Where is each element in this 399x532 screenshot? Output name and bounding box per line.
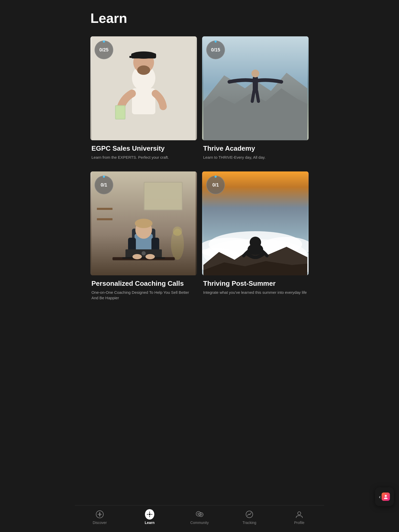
progress-badge-thrive: 0/15 (206, 41, 225, 59)
nav-item-discover[interactable]: Discover (75, 509, 125, 526)
svg-point-30 (132, 254, 142, 259)
svg-point-61 (249, 514, 250, 515)
progress-badge-post-summer: 0/1 (206, 176, 225, 194)
card-thrive-academy[interactable]: 0/15 Thrive Academy Learn to THRIVE-Ever… (202, 36, 309, 166)
svg-point-62 (298, 512, 301, 515)
compass-icon (95, 510, 104, 519)
svg-rect-19 (97, 208, 112, 210)
page-header: Learn (75, 0, 324, 31)
nav-label-tracking: Tracking (242, 521, 256, 525)
nav-item-learn[interactable]: Learn (125, 509, 175, 526)
progress-badge-coaching: 0/1 (95, 176, 113, 194)
nav-label-community: Community (190, 521, 209, 525)
card-post-summer[interactable]: 0/1 Thriving Post-Summer Integrate what … (202, 171, 309, 307)
nav-item-community[interactable]: Community (175, 509, 224, 526)
tracking-icon (245, 510, 254, 519)
cards-grid: 0/25 EGPC Sales University Learn from th… (75, 31, 324, 338)
svg-rect-9 (116, 106, 125, 119)
svg-rect-5 (129, 56, 133, 58)
svg-point-33 (173, 227, 182, 236)
svg-point-57 (199, 513, 203, 517)
card-title-thrive: Thrive Academy (203, 144, 308, 152)
card-coaching[interactable]: 0/1 Personalized Coaching Calls One-on-O… (90, 171, 197, 307)
svg-rect-28 (122, 257, 165, 259)
svg-rect-13 (253, 77, 258, 91)
card-desc-post-summer: Integrate what you've learned this summe… (203, 290, 308, 295)
svg-point-25 (135, 219, 152, 228)
bottom-nav: Discover Learn (75, 505, 324, 532)
card-title-coaching: Personalized Coaching Calls (91, 280, 196, 288)
learn-icon (145, 510, 154, 519)
svg-point-44 (250, 237, 261, 248)
svg-rect-4 (131, 53, 156, 58)
svg-rect-17 (144, 183, 182, 210)
nav-item-tracking[interactable]: Tracking (224, 509, 274, 526)
svg-point-29 (142, 251, 146, 255)
svg-point-14 (251, 70, 259, 77)
nav-label-profile: Profile (294, 521, 304, 525)
card-title-post-summer: Thriving Post-Summer (203, 280, 308, 288)
card-desc-egpc: Learn from the EXPERTS. Perfect your cra… (91, 155, 196, 160)
svg-point-56 (196, 511, 201, 516)
person-icon (295, 510, 304, 519)
nav-label-learn: Learn (145, 521, 155, 525)
svg-rect-18 (97, 218, 112, 220)
nav-item-profile[interactable]: Profile (274, 509, 324, 526)
svg-point-6 (137, 65, 150, 75)
chat-icon (195, 510, 204, 519)
card-desc-coaching: One-on-One Coaching Designed To Help You… (91, 290, 196, 301)
svg-point-31 (145, 254, 155, 259)
card-title-egpc: EGPC Sales University (91, 144, 196, 152)
page-container: Learn (75, 0, 324, 338)
card-egpc-sales[interactable]: 0/25 EGPC Sales University Learn from th… (90, 36, 197, 166)
svg-marker-12 (203, 88, 307, 140)
progress-badge-egpc: 0/25 (95, 41, 113, 59)
card-desc-thrive: Learn to THRIVE-Every day, All day. (203, 155, 308, 160)
page-title: Learn (90, 10, 309, 26)
nav-label-discover: Discover (93, 521, 107, 525)
svg-point-51 (149, 513, 151, 515)
